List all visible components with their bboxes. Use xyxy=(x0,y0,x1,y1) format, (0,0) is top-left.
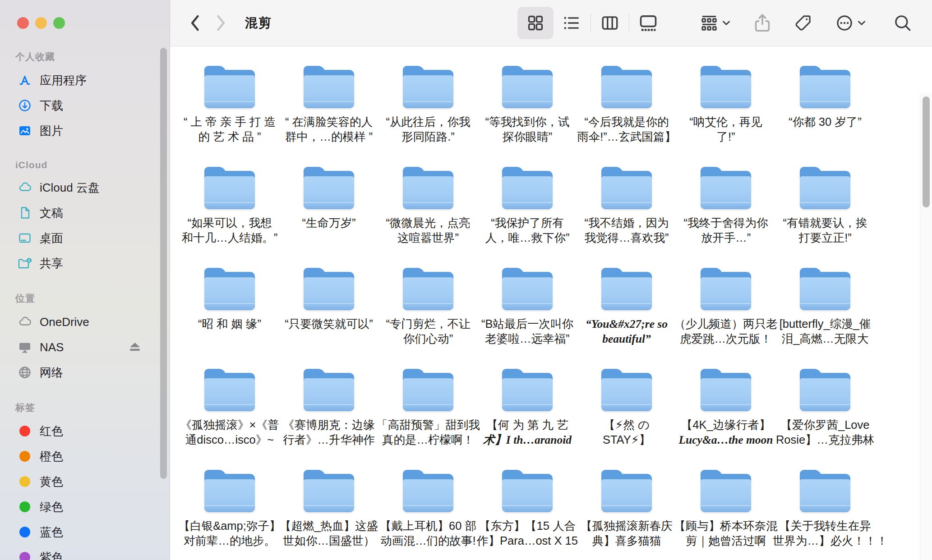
folder-name[interactable]: 【超燃_热血】这盛世如你…国盛世） xyxy=(277,519,381,548)
folder-item[interactable]: [butterfly_综漫_催泪_高燃…无限大 xyxy=(775,267,875,368)
more-actions-button[interactable] xyxy=(826,7,876,39)
folder-name[interactable]: 【何 为 第 九 艺术】I th…aranoid xyxy=(475,418,580,447)
sidebar-item-黄色[interactable]: 黄色 xyxy=(14,469,170,494)
folder-name[interactable]: “我保护了所有人，唯…救下你” xyxy=(475,216,580,245)
folder-icon[interactable] xyxy=(501,65,554,110)
folder-icon[interactable] xyxy=(203,65,256,110)
folder-icon[interactable] xyxy=(798,65,852,110)
folder-item[interactable]: “我终于舍得为你放开手…” xyxy=(676,166,775,267)
folder-icon[interactable] xyxy=(401,166,455,211)
folder-icon[interactable] xyxy=(203,368,256,413)
folder-item[interactable]: 【东方】【15 人合作】Para…ost X 15 xyxy=(478,469,577,560)
sidebar-item-紫色[interactable]: 紫色 xyxy=(14,545,170,560)
folder-item[interactable]: 【白银&amp;弥子】对前辈…的地步。 xyxy=(180,469,279,560)
folder-icon[interactable] xyxy=(798,469,852,514)
folder-item[interactable]: 「高甜预警」甜到我真的是…柠檬啊！ xyxy=(378,368,478,469)
eject-button[interactable] xyxy=(128,341,142,353)
vertical-scrollbar[interactable] xyxy=(920,93,932,560)
folder-item[interactable]: 【顾与】桥本环奈混剪｜她曾活过啊 xyxy=(676,469,775,560)
sidebar-item-红色[interactable]: 红色 xyxy=(14,418,170,444)
scrollbar-thumb[interactable] xyxy=(923,96,930,207)
folder-item[interactable]: “ 在满脸笑容的人群中，…的模样 ” xyxy=(279,65,378,166)
folder-icon[interactable] xyxy=(699,368,752,413)
folder-icon[interactable] xyxy=(600,368,653,413)
folder-item[interactable]: 【⚡然 のSTAY⚡】 xyxy=(577,368,676,469)
folder-name[interactable]: （少儿频道）两只老虎爱跳…次元版！ xyxy=(674,317,778,346)
share-button[interactable] xyxy=(744,7,780,39)
folder-item[interactable]: “生命万岁” xyxy=(279,166,378,267)
folder-name[interactable]: 【爱你罗茜_LoveRosie】…克拉弗林 xyxy=(773,418,877,447)
folder-item[interactable]: 《孤独摇滚》×《普通disco…isco》~ xyxy=(180,368,279,469)
folder-name[interactable]: [butterfly_综漫_催泪_高燃…无限大 xyxy=(773,317,877,346)
folder-name[interactable]: 【4K_边缘行者】Lucy&a…the moon xyxy=(674,418,778,447)
folder-name[interactable]: 【东方】【15 人合作】Para…ost X 15 xyxy=(475,519,580,548)
folder-item[interactable]: “如果可以，我想和十几…人结婚。” xyxy=(180,166,279,267)
sidebar-item-网络[interactable]: 网络 xyxy=(14,360,170,385)
folder-name[interactable]: 【⚡然 のSTAY⚡】 xyxy=(574,418,679,447)
folder-name[interactable]: 【顾与】桥本环奈混剪｜她曾活过啊 xyxy=(674,519,778,548)
sidebar-item-蓝色[interactable]: 蓝色 xyxy=(14,519,170,545)
folder-name[interactable]: “只要微笑就可以” xyxy=(277,317,381,331)
folder-name[interactable]: “今后我就是你的雨伞!”…玄武国篇】 xyxy=(574,115,679,144)
folder-icon[interactable] xyxy=(401,65,455,110)
folder-name[interactable]: “You&#x27;re sobeautiful” xyxy=(574,317,679,346)
folder-icon[interactable] xyxy=(302,469,355,514)
folder-item[interactable]: “ 上 帝 亲 手 打 造的 艺 术 品 ” xyxy=(180,65,279,166)
close-button[interactable] xyxy=(17,17,29,29)
back-button[interactable] xyxy=(183,9,208,37)
folder-name[interactable]: “呐艾伦，再见了!” xyxy=(674,115,778,144)
sidebar-item-橙色[interactable]: 橙色 xyxy=(14,444,170,469)
folder-name[interactable]: 【戴上耳机】60 部动画混…们的故事! xyxy=(376,519,480,548)
folder-icon[interactable] xyxy=(798,166,852,211)
minimize-button[interactable] xyxy=(35,17,47,29)
folder-item[interactable]: “微微晨光，点亮这喧嚣世界” xyxy=(378,166,478,267)
folder-icon[interactable] xyxy=(501,368,554,413)
folder-item[interactable]: “呐艾伦，再见了!” xyxy=(676,65,775,166)
folder-item[interactable]: 【超燃_热血】这盛世如你…国盛世） xyxy=(279,469,378,560)
search-button[interactable] xyxy=(887,7,918,39)
folder-name[interactable]: “ 在满脸笑容的人群中，…的模样 ” xyxy=(277,115,381,144)
folder-name[interactable]: “B站最后一次叫你老婆啦…远幸福” xyxy=(475,317,580,346)
folder-name[interactable]: “ 上 帝 亲 手 打 造的 艺 术 品 ” xyxy=(177,115,282,144)
folder-item[interactable]: “我保护了所有人，唯…救下你” xyxy=(478,166,577,267)
folder-icon[interactable] xyxy=(798,368,852,413)
folder-name[interactable]: “昭 和 姻 缘” xyxy=(177,317,282,331)
folder-icon[interactable] xyxy=(203,166,256,211)
folder-icon[interactable] xyxy=(699,65,752,110)
zoom-button[interactable] xyxy=(53,17,65,29)
sidebar-item-文稿[interactable]: 文稿 xyxy=(14,200,170,225)
column-view-button[interactable] xyxy=(592,7,628,39)
sidebar-item-共享[interactable]: 共享 xyxy=(14,251,170,276)
list-view-button[interactable] xyxy=(554,7,590,39)
sidebar-item-应用程序[interactable]: 应用程序 xyxy=(14,68,170,93)
folder-item[interactable]: “昭 和 姻 缘” xyxy=(180,267,279,368)
folder-name[interactable]: 【关于我转生在异世界为…】必火！！！ xyxy=(773,519,877,548)
folder-name[interactable]: “你都 30 岁了” xyxy=(773,115,877,129)
folder-name[interactable]: “我不结婚，因为我觉得…喜欢我” xyxy=(574,216,679,245)
folder-icon[interactable] xyxy=(501,166,554,211)
folder-icon[interactable] xyxy=(600,166,653,211)
folder-name[interactable]: 【白银&amp;弥子】对前辈…的地步。 xyxy=(177,519,282,548)
folder-icon[interactable] xyxy=(401,368,455,413)
folder-name[interactable]: 「高甜预警」甜到我真的是…柠檬啊！ xyxy=(376,418,480,447)
folder-icon[interactable] xyxy=(302,267,355,312)
folder-icon[interactable] xyxy=(600,65,653,110)
group-by-button[interactable] xyxy=(691,7,740,39)
folder-item[interactable]: “B站最后一次叫你老婆啦…远幸福” xyxy=(478,267,577,368)
folder-icon[interactable] xyxy=(501,469,554,514)
folder-icon[interactable] xyxy=(699,166,752,211)
folder-name[interactable]: “微微晨光，点亮这喧嚣世界” xyxy=(376,216,480,245)
folder-name[interactable]: “等我找到你，试探你眼睛” xyxy=(475,115,580,144)
folder-item[interactable]: 【关于我转生在异世界为…】必火！！！ xyxy=(775,469,875,560)
gallery-view-button[interactable] xyxy=(630,7,666,39)
folder-item[interactable]: “今后我就是你的雨伞!”…玄武国篇】 xyxy=(577,65,676,166)
tag-button[interactable] xyxy=(785,7,821,39)
folder-item[interactable]: 【戴上耳机】60 部动画混…们的故事! xyxy=(378,469,478,560)
folder-icon[interactable] xyxy=(798,267,852,312)
sidebar-item-OneDrive[interactable]: OneDrive xyxy=(14,309,170,335)
folder-name[interactable]: “从此往后，你我形同陌路.” xyxy=(376,115,480,144)
sidebar-item-桌面[interactable]: 桌面 xyxy=(14,225,170,251)
folder-name[interactable]: “如果可以，我想和十几…人结婚。” xyxy=(177,216,282,245)
folder-item[interactable]: “我不结婚，因为我觉得…喜欢我” xyxy=(577,166,676,267)
folder-item[interactable]: （少儿频道）两只老虎爱跳…次元版！ xyxy=(676,267,775,368)
